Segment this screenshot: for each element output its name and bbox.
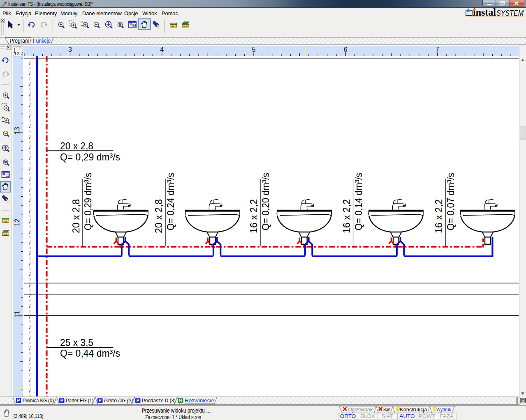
svg-text:12: 12 [14, 219, 21, 226]
svg-text:16 x 2,2: 16 x 2,2 [248, 199, 259, 233]
svg-text:Q= 0,24 dm³/s: Q= 0,24 dm³/s [165, 173, 176, 230]
svg-text:13: 13 [14, 127, 21, 135]
svg-text:Funkcje: Funkcje [33, 37, 51, 44]
svg-text:11: 11 [14, 311, 21, 318]
svg-text:AUTO: AUTO [399, 413, 415, 419]
svg-text:Poddasze D (3): Poddasze D (3) [142, 398, 176, 404]
svg-text:Q= 0,29 dm³/s: Q= 0,29 dm³/s [82, 173, 93, 230]
svg-text:Parter EG (1): Parter EG (1) [66, 398, 94, 404]
svg-text:POWT: POWT [419, 413, 436, 419]
svg-text:BLOK: BLOK [360, 413, 375, 419]
svg-text:Edycja: Edycja [16, 10, 32, 16]
svg-text:Zaznaczone: 1 * Układ stron: Zaznaczone: 1 * Układ stron [145, 414, 201, 420]
svg-text:Konstrukcja: Konstrukcja [400, 406, 427, 413]
svg-text:Dane elementów: Dane elementów [82, 10, 122, 16]
svg-text:25 x 3,5: 25 x 3,5 [60, 337, 93, 348]
svg-text:Pietro DG (2): Pietro DG (2) [104, 398, 133, 404]
svg-text:Q= 0,44 dm³/s: Q= 0,44 dm³/s [60, 348, 120, 359]
svg-text:P: P [99, 398, 102, 403]
svg-text:P: P [137, 398, 139, 403]
svg-text:P: P [17, 398, 20, 403]
svg-text:4: 4 [160, 46, 164, 53]
svg-text:5: 5 [252, 46, 256, 53]
svg-text:(2,489; 10,113): (2,489; 10,113) [14, 413, 44, 419]
svg-text:Q= 0,14 dm³/s: Q= 0,14 dm³/s [353, 173, 364, 230]
svg-text:Rozwinięcie: Rozwinięcie [185, 398, 214, 404]
svg-text:Przesuwanie widoku projektu ..: Przesuwanie widoku projektu ... [142, 407, 210, 414]
svg-text:Q= 0,07 dm³/s: Q= 0,07 dm³/s [445, 173, 456, 230]
svg-text:Pomoc: Pomoc [162, 10, 178, 16]
svg-text:Program: Program [10, 37, 30, 44]
svg-text:Piwnica KG (0): Piwnica KG (0) [23, 398, 54, 404]
svg-text:SYSTEM: SYSTEM [496, 9, 524, 17]
svg-text:12,7: 12,7 [14, 51, 23, 56]
svg-text:Q= 0,29 dm³/s: Q= 0,29 dm³/s [60, 151, 120, 162]
svg-text:16 x 2,2: 16 x 2,2 [341, 199, 352, 233]
svg-text:Wydruk: Wydruk [436, 406, 451, 413]
svg-text:Instal-san TS - [Instalacja wo: Instal-san TS - [Instalacja wodociągowa.… [8, 1, 93, 7]
svg-text:San: San [383, 406, 390, 413]
svg-text:SIAT: SIAT [381, 413, 393, 419]
svg-text:Opcje: Opcje [124, 10, 138, 16]
svg-text:instal: instal [473, 8, 496, 18]
svg-text:Elementy: Elementy [35, 10, 57, 16]
svg-text:FAZA: FAZA [440, 413, 454, 419]
svg-text:Plik: Plik [2, 10, 11, 16]
svg-text:20 x 2,8: 20 x 2,8 [60, 140, 93, 151]
svg-text:6: 6 [344, 46, 348, 53]
svg-text:7: 7 [436, 46, 439, 53]
svg-text:R: R [179, 398, 182, 403]
svg-text:3: 3 [68, 46, 72, 53]
svg-text:P: P [60, 398, 63, 403]
svg-text:20 x 2,8: 20 x 2,8 [153, 199, 164, 233]
svg-text:Moduły: Moduły [60, 10, 78, 16]
svg-text:20 x 2,8: 20 x 2,8 [70, 199, 81, 233]
svg-text:16 x 2,2: 16 x 2,2 [433, 199, 444, 233]
svg-text:Ogrzewanie: Ogrzewanie [348, 406, 373, 413]
svg-text:Q= 0,20 dm³/s: Q= 0,20 dm³/s [260, 173, 271, 230]
svg-text:Widok: Widok [142, 10, 157, 16]
svg-text:ORTO: ORTO [340, 413, 356, 419]
